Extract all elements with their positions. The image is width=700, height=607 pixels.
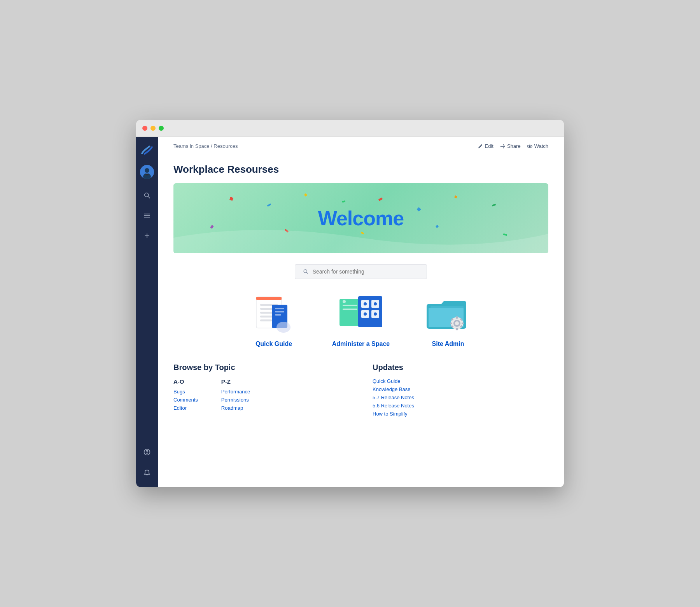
svg-point-3	[145, 193, 149, 197]
svg-rect-25	[275, 308, 284, 309]
svg-point-32	[343, 300, 346, 303]
svg-rect-50	[450, 323, 452, 324]
svg-point-28	[276, 322, 290, 333]
sidebar-bottom	[140, 444, 154, 481]
svg-rect-29	[340, 299, 361, 326]
svg-rect-30	[343, 305, 357, 306]
browse-link-permissions[interactable]: Permissions	[221, 397, 250, 403]
svg-point-41	[374, 312, 377, 316]
resource-cards: Quick Guide	[173, 293, 548, 347]
browse-col-pz: P-Z Performance Permissions Roadmap	[221, 378, 250, 413]
search-container	[173, 264, 548, 279]
minimize-button[interactable]	[150, 126, 156, 131]
browse-section: Browse by Topic A-O Bugs Comments Editor…	[173, 363, 349, 419]
updates-section: Updates Quick Guide Knowledge Base 5.7 R…	[373, 363, 548, 419]
administer-space-label: Administer a Space	[332, 340, 390, 347]
search-input[interactable]	[313, 268, 419, 275]
update-knowledge-base[interactable]: Knowledge Base	[373, 386, 548, 392]
sidebar-notifications-button[interactable]	[140, 465, 154, 479]
page-header: Teams in Space / Resources Edit	[158, 137, 564, 154]
svg-rect-51	[462, 323, 464, 324]
sidebar-search-button[interactable]	[140, 188, 154, 202]
sidebar	[136, 137, 158, 487]
browse-col-ao: A-O Bugs Comments Editor	[173, 378, 198, 413]
site-admin-icon	[423, 293, 473, 336]
browse-col-ao-heading: A-O	[173, 378, 198, 385]
svg-line-16	[306, 272, 308, 274]
page-content-area: Workplace Resourses	[158, 154, 564, 487]
browse-link-editor[interactable]: Editor	[173, 405, 198, 411]
browse-columns: A-O Bugs Comments Editor P-Z Performance…	[173, 378, 349, 413]
browse-link-performance[interactable]: Performance	[221, 389, 250, 395]
update-56-release[interactable]: 5.6 Release Notes	[373, 403, 548, 409]
header-actions: Edit Share	[478, 143, 548, 149]
browse-link-comments[interactable]: Comments	[173, 397, 198, 403]
update-simplify[interactable]: How to Simplify	[373, 411, 548, 417]
search-box[interactable]	[295, 264, 427, 279]
app-body: Teams in Space / Resources Edit	[136, 137, 564, 487]
site-admin-card[interactable]: Site Admin	[409, 293, 487, 347]
share-button[interactable]: Share	[500, 143, 521, 149]
svg-point-1	[145, 168, 149, 173]
app-window: Teams in Space / Resources Edit	[136, 120, 564, 487]
svg-point-40	[364, 312, 367, 316]
svg-point-39	[374, 302, 377, 305]
update-quick-guide[interactable]: Quick Guide	[373, 378, 548, 384]
svg-rect-31	[343, 309, 357, 310]
svg-rect-18	[256, 297, 282, 300]
quick-guide-card[interactable]: Quick Guide	[235, 293, 313, 347]
updates-list: Quick Guide Knowledge Base 5.7 Release N…	[373, 378, 548, 417]
watch-button[interactable]: Watch	[527, 143, 548, 149]
bottom-section: Browse by Topic A-O Bugs Comments Editor…	[173, 363, 548, 419]
sidebar-help-button[interactable]	[140, 445, 154, 459]
svg-rect-21	[260, 312, 274, 314]
update-57-release[interactable]: 5.7 Release Notes	[373, 395, 548, 400]
site-admin-label: Site Admin	[432, 340, 464, 347]
svg-rect-26	[275, 311, 284, 312]
svg-rect-27	[275, 314, 281, 316]
breadcrumb: Teams in Space / Resources	[173, 143, 238, 149]
svg-rect-48	[456, 316, 458, 319]
browse-col-pz-heading: P-Z	[221, 378, 250, 385]
administer-space-card[interactable]: Administer a Space	[322, 293, 400, 347]
svg-line-4	[148, 196, 150, 198]
sidebar-create-button[interactable]	[140, 229, 154, 243]
svg-point-15	[304, 270, 307, 273]
welcome-heading: Welcome	[318, 207, 404, 230]
edit-button[interactable]: Edit	[478, 143, 494, 149]
sidebar-menu-button[interactable]	[140, 209, 154, 223]
svg-point-14	[529, 146, 530, 147]
main-content: Teams in Space / Resources Edit	[158, 137, 564, 487]
maximize-button[interactable]	[159, 126, 164, 131]
svg-rect-23	[260, 319, 272, 321]
administer-space-icon	[336, 293, 386, 336]
svg-point-38	[364, 302, 367, 305]
browse-title: Browse by Topic	[173, 363, 349, 372]
browse-link-bugs[interactable]: Bugs	[173, 389, 198, 395]
titlebar	[136, 120, 564, 137]
updates-title: Updates	[373, 363, 548, 372]
svg-rect-49	[456, 328, 458, 330]
welcome-banner: Welcome	[173, 183, 548, 253]
user-avatar[interactable]	[140, 165, 154, 179]
search-icon	[303, 268, 309, 275]
close-button[interactable]	[142, 126, 147, 131]
browse-link-roadmap[interactable]: Roadmap	[221, 405, 250, 411]
confluence-logo-icon[interactable]	[140, 143, 154, 157]
svg-point-11	[147, 453, 147, 454]
quick-guide-label: Quick Guide	[256, 340, 292, 347]
quick-guide-icon	[248, 293, 299, 336]
svg-point-47	[455, 321, 459, 325]
page-title: Workplace Resourses	[173, 163, 548, 175]
